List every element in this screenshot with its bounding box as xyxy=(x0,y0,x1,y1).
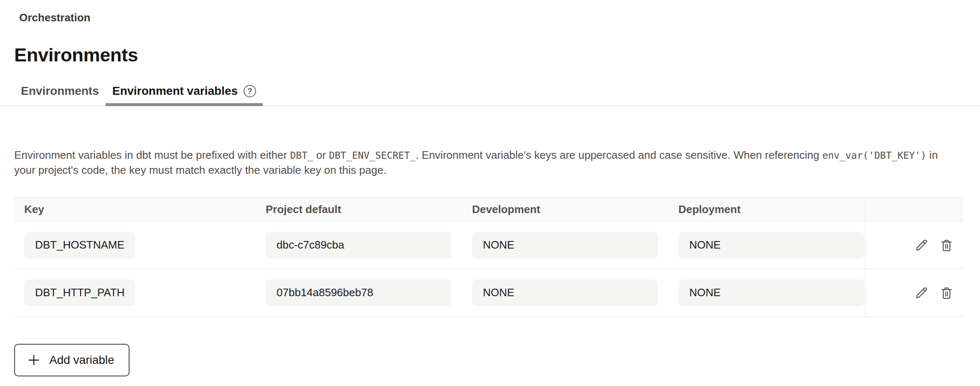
tab-label: Environments xyxy=(21,84,99,98)
column-header-deployment: Deployment xyxy=(668,198,865,221)
row-actions xyxy=(866,237,955,254)
table-header-row: KeyProject defaultDevelopmentDeployment xyxy=(14,198,963,221)
page-title: Environments xyxy=(0,24,980,66)
column-header-actions xyxy=(865,198,963,221)
cell-actions xyxy=(865,269,963,317)
description-code-segment: DBT_ xyxy=(290,150,313,161)
tab-label: Environment variables xyxy=(112,84,238,98)
cell-project-default: 07bb14a8596beb78 xyxy=(256,269,462,317)
variable-value-pill: NONE xyxy=(472,279,658,306)
trash-icon xyxy=(939,285,954,300)
description-text: Environment variables in dbt must be pre… xyxy=(0,106,973,178)
add-variable-label: Add variable xyxy=(49,353,114,367)
cell-project-default: dbc-c7c89cba xyxy=(256,221,462,269)
cell-development: NONE xyxy=(462,221,668,269)
pencil-icon xyxy=(914,285,929,300)
cell-actions xyxy=(865,221,963,269)
column-header-development: Development xyxy=(462,198,668,221)
variable-value-pill: dbc-c7c89cba xyxy=(266,232,452,259)
cell-key: DBT_HOSTNAME xyxy=(14,221,256,269)
edit-variable-button[interactable] xyxy=(913,237,930,254)
variable-value-pill: 07bb14a8596beb78 xyxy=(266,279,452,306)
description-segment: or xyxy=(313,149,329,161)
cell-development: NONE xyxy=(462,269,668,317)
column-header-project-default: Project default xyxy=(256,198,462,221)
tab-environment-variables[interactable]: Environment variables? xyxy=(106,80,263,105)
variable-value-pill: NONE xyxy=(678,279,864,306)
column-header-key: Key xyxy=(14,198,256,221)
variable-value-pill: NONE xyxy=(678,232,864,259)
variable-key-pill: DBT_HTTP_PATH xyxy=(24,279,135,306)
tab-bar: EnvironmentsEnvironment variables? xyxy=(0,80,980,106)
pencil-icon xyxy=(914,238,929,253)
variable-value-pill: NONE xyxy=(472,232,658,259)
breadcrumb[interactable]: Orchestration xyxy=(0,0,980,24)
environment-variables-table: KeyProject defaultDevelopmentDeployment … xyxy=(14,197,963,317)
add-variable-button[interactable]: Add variable xyxy=(14,344,129,376)
tab-environments[interactable]: Environments xyxy=(14,80,106,105)
plus-icon xyxy=(27,353,41,367)
help-icon[interactable]: ? xyxy=(244,85,256,97)
cell-deployment: NONE xyxy=(668,221,865,269)
description-code-segment: DBT_ENV_SECRET_ xyxy=(329,150,416,161)
description-segment: Environment variables in dbt must be pre… xyxy=(14,149,290,161)
description-code-segment: env_var('DBT_KEY') xyxy=(822,150,926,161)
description-segment: . Environment variable's keys are upperc… xyxy=(416,149,822,161)
edit-variable-button[interactable] xyxy=(913,284,930,301)
table-row: DBT_HOSTNAMEdbc-c7c89cbaNONENONE xyxy=(14,221,963,269)
delete-variable-button[interactable] xyxy=(938,237,955,254)
table-row: DBT_HTTP_PATH07bb14a8596beb78NONENONE xyxy=(14,269,963,317)
row-actions xyxy=(866,284,955,301)
table-header: KeyProject defaultDevelopmentDeployment xyxy=(14,198,963,221)
delete-variable-button[interactable] xyxy=(938,284,955,301)
variable-key-pill: DBT_HOSTNAME xyxy=(24,232,135,259)
table-body: DBT_HOSTNAMEdbc-c7c89cbaNONENONEDBT_HTTP… xyxy=(14,221,963,317)
trash-icon xyxy=(939,238,954,253)
cell-key: DBT_HTTP_PATH xyxy=(14,269,256,317)
environment-variables-page: Orchestration Environments EnvironmentsE… xyxy=(0,0,980,386)
cell-deployment: NONE xyxy=(668,269,865,317)
